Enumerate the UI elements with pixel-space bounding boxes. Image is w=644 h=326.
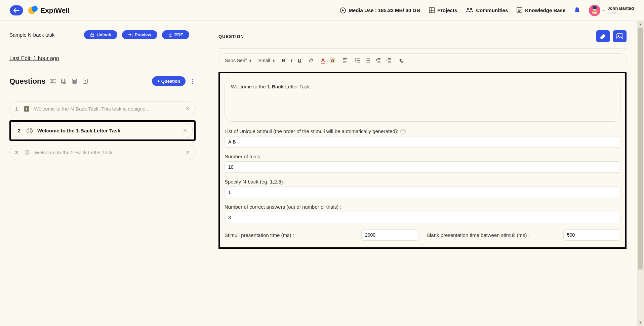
nav-projects[interactable]: Projects [429, 7, 457, 13]
divider [218, 48, 627, 49]
stimuli-label: List of Unique Stimuli (the order of the… [225, 128, 620, 134]
underline-button[interactable]: U [298, 57, 301, 63]
outdent-button[interactable] [376, 58, 381, 63]
scroll-thumb[interactable] [638, 28, 643, 270]
remove-button[interactable]: ✕ [186, 149, 190, 156]
ul-icon [365, 58, 370, 63]
logo-icon [28, 6, 38, 15]
unlock-icon [90, 33, 94, 37]
svg-text:?: ? [84, 80, 86, 83]
trials-label: Number of trials : [225, 154, 620, 159]
body: Sample N-back task Unlock Preview PDF La… [0, 21, 644, 326]
svg-point-21 [366, 58, 367, 59]
outdent-icon [376, 58, 381, 63]
question-section-title: QUESTION [218, 34, 244, 39]
scrollbar[interactable]: ▲ ▼ [637, 21, 644, 326]
help-icon[interactable]: ? [400, 129, 406, 134]
stimuli-input[interactable] [225, 136, 620, 148]
ul-button[interactable] [365, 58, 370, 63]
brain-icon [27, 128, 33, 134]
stim-time-label: Stimuli presentation time (ms) : [225, 232, 358, 238]
stim-time-input[interactable] [361, 229, 418, 241]
question-item-1[interactable]: 1 i Welcome to the N-Back Task. This tas… [9, 101, 196, 116]
text-color-button[interactable]: A [321, 57, 325, 64]
user-role: admin [607, 11, 634, 15]
header-left: ExpiWell [10, 5, 70, 15]
correct-label: Number of correct answers (out of number… [225, 204, 620, 210]
italic-button[interactable]: I [291, 57, 292, 63]
blank-time-label: Blank presentation time between stimuli … [427, 232, 560, 238]
plus-icon: + [157, 79, 160, 84]
ol-icon: 123 [355, 58, 360, 63]
ol-button[interactable]: 123 [355, 58, 360, 63]
back-button[interactable] [10, 5, 23, 15]
unlock-button[interactable]: Unlock [84, 30, 117, 39]
indent-button[interactable] [386, 58, 391, 63]
link-button[interactable] [309, 58, 314, 63]
play-icon [340, 7, 346, 13]
richtext-pre: Welcome to the [231, 84, 267, 89]
notifications-button[interactable] [574, 7, 580, 14]
font-family-select[interactable]: Sans Serif ▴▾ [225, 58, 251, 63]
eraser-button[interactable] [596, 30, 610, 42]
align-button[interactable] [343, 58, 348, 63]
font-family-label: Sans Serif [225, 58, 247, 63]
nav-projects-label: Projects [437, 7, 457, 13]
nback-input[interactable] [225, 187, 620, 198]
list-button[interactable] [71, 78, 78, 85]
unlock-label: Unlock [96, 32, 111, 37]
bg-color-button[interactable]: A [330, 57, 335, 63]
svg-point-3 [470, 8, 472, 10]
scroll-up-button[interactable]: ▲ [638, 22, 643, 27]
nav-communities[interactable]: Communities [466, 7, 508, 13]
app-header: ExpiWell Media Use : 185.32 MB/ 30 GB Pr… [0, 0, 644, 21]
svg-rect-8 [593, 6, 597, 9]
more-options-button[interactable]: ⋮ [189, 78, 196, 85]
divider [9, 91, 196, 91]
nav-knowledge[interactable]: Knowledge Base [517, 7, 565, 13]
correct-input[interactable] [225, 212, 620, 223]
image-button[interactable] [613, 30, 627, 42]
align-icon [343, 58, 348, 63]
richtext-area[interactable]: Welcome to the 1-Back Letter Task. [225, 78, 620, 122]
questions-title: Questions [9, 77, 46, 86]
svg-point-2 [468, 8, 469, 10]
blank-time-input[interactable] [563, 229, 620, 241]
add-question-button[interactable]: + Question [152, 76, 186, 86]
question-item-3[interactable]: 3 Welcome to the 2-Back Letter Task. ✕ [9, 145, 196, 160]
scroll-down-button[interactable]: ▼ [638, 320, 643, 325]
shuffle-button[interactable] [50, 78, 56, 85]
remove-button[interactable]: ✕ [186, 106, 190, 112]
list-icon [72, 79, 77, 84]
trials-input[interactable] [225, 161, 620, 173]
duplicate-button[interactable] [61, 78, 67, 85]
user-name: John Bantad [607, 6, 634, 11]
avatar [589, 5, 600, 16]
shuffle-icon [50, 79, 56, 84]
help-button[interactable]: ? [82, 78, 89, 85]
add-question-label: Question [161, 79, 180, 84]
brain-icon [24, 150, 30, 156]
q-num: 3 [15, 150, 19, 155]
brand-logo[interactable]: ExpiWell [28, 6, 70, 15]
help-icon: ? [83, 79, 88, 84]
nback-label: Specify N-back (eg. 1,2,3) : [225, 179, 620, 185]
nav-knowledge-label: Knowledge Base [525, 7, 565, 13]
richtext-post: Letter Task. [284, 84, 311, 89]
pdf-button[interactable]: PDF [162, 30, 189, 39]
question-item-2[interactable]: 2 Welcome to the 1-Back Letter Task. ✕ [9, 120, 196, 141]
last-edit[interactable]: Last Edit: 1 hour ago [9, 55, 196, 62]
font-size-select[interactable]: Small ▴▾ [258, 58, 275, 63]
svg-text:3: 3 [355, 61, 356, 63]
q-text: Welcome to the 1-Back Letter Task. [37, 128, 178, 133]
nav-communities-label: Communities [476, 7, 508, 13]
question-editor: Welcome to the 1-Back Letter Task. List … [218, 72, 627, 249]
brand-name: ExpiWell [40, 6, 70, 14]
remove-button[interactable]: ✕ [183, 127, 187, 134]
preview-button[interactable]: Preview [122, 30, 157, 39]
user-menu[interactable]: ▾ John Bantad admin [589, 5, 634, 16]
clear-format-button[interactable]: T✕ [399, 57, 402, 63]
select-arrows-icon: ▴▾ [273, 59, 275, 62]
book-icon [517, 7, 522, 13]
bold-button[interactable]: B [282, 57, 286, 63]
